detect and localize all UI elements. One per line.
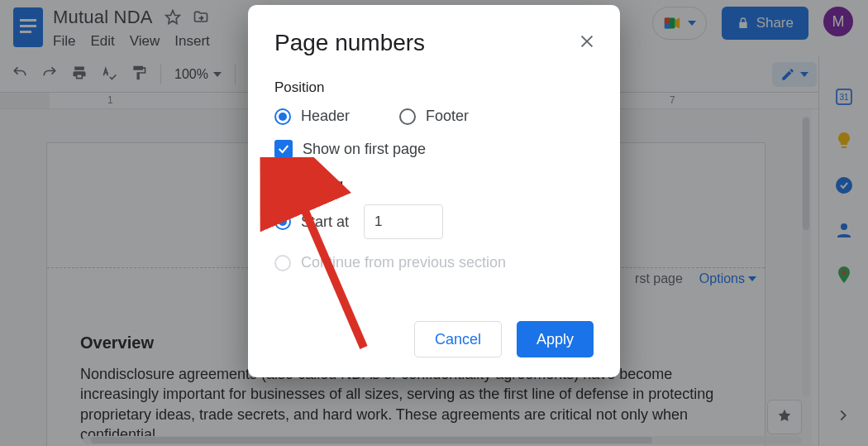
position-section-label: Position (274, 79, 594, 96)
radio-unselected-icon (399, 108, 416, 125)
position-header-radio[interactable]: Header (274, 108, 350, 125)
start-at-radio[interactable]: Start at (274, 213, 349, 231)
radio-disabled-icon (274, 255, 291, 271)
dialog-title: Page numbers (274, 30, 594, 56)
show-on-first-page-checkbox[interactable]: Show on first page (274, 140, 594, 158)
cancel-button[interactable]: Cancel (414, 321, 502, 357)
apply-button[interactable]: Apply (517, 321, 594, 357)
radio-selected-icon (274, 213, 291, 230)
continue-from-previous-radio: Continue from previous section (274, 254, 594, 271)
radio-selected-icon (274, 108, 291, 125)
page-numbers-dialog: Page numbers Position Header Footer Show… (248, 5, 620, 377)
checkbox-checked-icon (274, 140, 293, 158)
position-footer-radio[interactable]: Footer (399, 108, 469, 125)
numbering-section-label: Numbering (274, 176, 594, 193)
close-icon[interactable] (575, 30, 599, 53)
start-at-input[interactable] (364, 204, 443, 239)
